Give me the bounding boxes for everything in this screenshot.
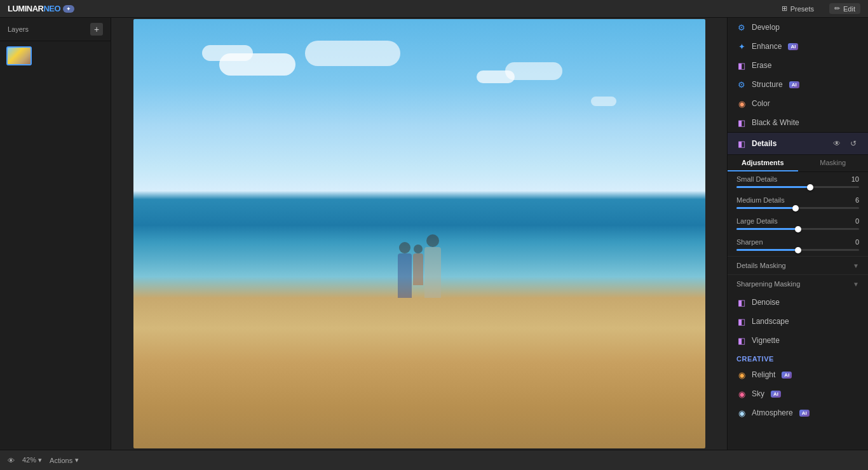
large-details-track[interactable] — [736, 228, 859, 230]
sidebar-item-erase[interactable]: ◧ Erase — [728, 56, 868, 75]
erase-icon: ◧ — [736, 60, 747, 70]
actions-label: Actions — [50, 457, 72, 464]
medium-details-thumb[interactable] — [792, 205, 799, 211]
ai-badge: AI — [782, 372, 792, 379]
left-panel: Layers + — [0, 18, 111, 450]
people-silhouettes — [398, 234, 441, 298]
sidebar-item-develop[interactable]: ⚙ Develop — [728, 18, 868, 37]
creative-section-label: Creative — [728, 350, 868, 365]
ai-badge: AI — [788, 43, 798, 50]
sidebar-item-landscape[interactable]: ◧ Landscape — [728, 312, 868, 331]
sidebar-item-structure[interactable]: ⚙ Structure AI — [728, 75, 868, 94]
app-badge: ✦ — [63, 5, 74, 13]
sidebar-item-color[interactable]: ◉ Color — [728, 94, 868, 113]
large-details-label: Large Details — [736, 217, 778, 225]
medium-details-value: 6 — [855, 196, 859, 204]
slider-small-details: Small Details 10 — [728, 172, 868, 193]
presets-button[interactable]: ⊞ Presets — [776, 3, 819, 14]
app-title: LUMINARNEO — [8, 4, 60, 13]
photo-background — [133, 19, 705, 448]
black-white-icon: ◧ — [736, 117, 747, 128]
lower-tools: ◧ Denoise ◧ Landscape ◧ Vignette — [728, 293, 868, 350]
sky-icon: ◉ — [736, 389, 747, 399]
cloud-decoration — [505, 62, 562, 80]
head — [426, 234, 439, 247]
sharpen-label: Sharpen — [736, 238, 763, 246]
denoise-icon: ◧ — [736, 297, 747, 307]
vignette-icon: ◧ — [736, 335, 747, 346]
small-details-thumb[interactable] — [807, 184, 813, 191]
bottom-bar: 👁 42% ▾ Actions ▾ — [0, 450, 868, 470]
details-title: Details — [752, 139, 826, 148]
add-layer-button[interactable]: + — [90, 23, 103, 36]
head — [414, 245, 423, 253]
body — [413, 253, 423, 285]
black-white-label: Black & White — [752, 118, 799, 127]
body — [398, 253, 412, 298]
eye-button[interactable]: 👁 — [8, 457, 15, 464]
zoom-display: 42% ▾ — [22, 456, 42, 464]
cloud-decoration — [305, 41, 400, 66]
slider-medium-details: Medium Details 6 — [728, 193, 868, 214]
person-child — [413, 245, 423, 285]
sidebar-item-atmosphere[interactable]: ◉ Atmosphere AI — [728, 403, 868, 422]
details-masking-label: Details Masking — [736, 262, 786, 269]
app-logo: LUMINARNEO ✦ — [8, 4, 74, 13]
sidebar-item-black-white[interactable]: ◧ Black & White — [728, 113, 868, 132]
relight-icon: ◉ — [736, 370, 747, 380]
ai-badge: AI — [771, 391, 781, 398]
develop-icon: ⚙ — [736, 22, 747, 32]
zoom-arrow[interactable]: ▾ — [38, 456, 42, 464]
medium-details-fill — [736, 207, 796, 209]
right-panel: ⚙ Develop ✦ Enhance AI ◧ Erase ⚙ Structu… — [727, 18, 868, 450]
sidebar-item-sky[interactable]: ◉ Sky AI — [728, 384, 868, 403]
sharpening-masking-arrow: ▼ — [853, 281, 859, 288]
small-details-track[interactable] — [736, 186, 859, 188]
actions-button[interactable]: Actions ▾ — [50, 456, 79, 464]
medium-details-track[interactable] — [736, 207, 859, 209]
eye-button[interactable]: 👁 — [831, 138, 843, 149]
tab-masking[interactable]: Masking — [798, 155, 869, 171]
upper-tools: ⚙ Develop ✦ Enhance AI ◧ Erase ⚙ Structu… — [728, 18, 868, 132]
layers-header: Layers + — [0, 18, 111, 41]
sharpening-masking-label: Sharpening Masking — [736, 280, 800, 288]
creative-tools: ◉ Relight AI ◉ Sky AI ◉ Atmosphere AI — [728, 365, 868, 422]
sidebar-item-enhance[interactable]: ✦ Enhance AI — [728, 37, 868, 56]
details-section-header[interactable]: ◧ Details 👁 ↺ — [728, 132, 868, 155]
sky-label: Sky — [752, 389, 764, 398]
slider-sharpen: Sharpen 0 — [728, 235, 868, 256]
develop-label: Develop — [752, 23, 780, 32]
edit-button[interactable]: ✏ Edit — [829, 3, 860, 14]
sharpen-thumb[interactable] — [795, 247, 801, 253]
actions-arrow: ▾ — [75, 456, 79, 464]
layer-thumbnail[interactable] — [6, 46, 32, 65]
tab-adjustments[interactable]: Adjustments — [728, 155, 798, 171]
sharpening-masking-collapse[interactable]: Sharpening Masking ▼ — [728, 274, 868, 293]
details-icon: ◧ — [736, 138, 747, 149]
medium-details-label: Medium Details — [736, 196, 785, 204]
sidebar-item-relight[interactable]: ◉ Relight AI — [728, 365, 868, 384]
layers-label: Layers — [8, 25, 29, 33]
main-layout: Layers + — [0, 18, 868, 450]
body — [424, 247, 441, 298]
reset-button[interactable]: ↺ — [848, 138, 859, 149]
large-details-fill — [736, 228, 798, 230]
ai-badge: AI — [789, 81, 799, 88]
large-details-thumb[interactable] — [795, 226, 801, 232]
denoise-label: Denoise — [752, 298, 780, 307]
sidebar-item-vignette[interactable]: ◧ Vignette — [728, 331, 868, 350]
sharpen-track[interactable] — [736, 249, 859, 251]
atmosphere-icon: ◉ — [736, 408, 747, 418]
landscape-icon: ◧ — [736, 316, 747, 326]
head — [399, 242, 410, 253]
photo-canvas — [133, 19, 705, 448]
large-details-value: 0 — [855, 217, 859, 225]
edit-icon: ✏ — [834, 4, 840, 13]
details-tabs: Adjustments Masking — [728, 155, 868, 172]
structure-label: Structure — [752, 80, 783, 89]
presets-label: Presets — [790, 5, 814, 13]
details-masking-collapse[interactable]: Details Masking ▼ — [728, 256, 868, 274]
cloud-decoration — [591, 97, 616, 106]
structure-icon: ⚙ — [736, 79, 747, 90]
sidebar-item-denoise[interactable]: ◧ Denoise — [728, 293, 868, 312]
